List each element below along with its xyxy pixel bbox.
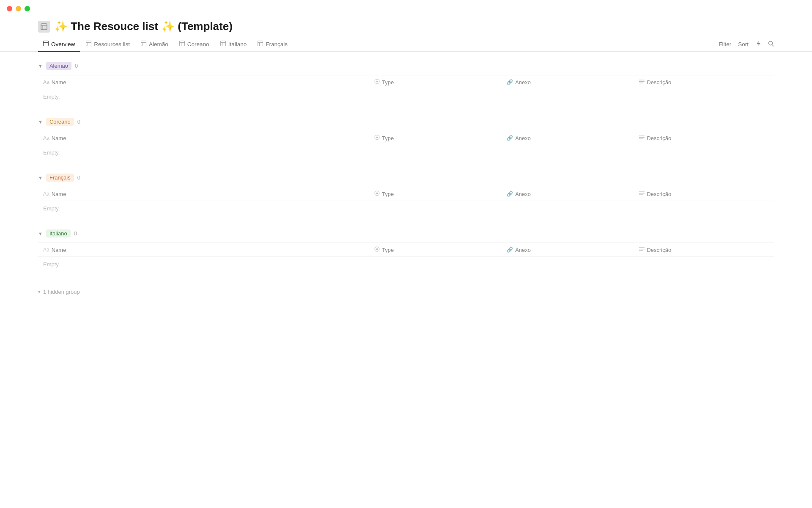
- group-toggle-italiano[interactable]: ▼: [38, 231, 43, 236]
- svg-point-24: [376, 81, 378, 83]
- svg-rect-12: [179, 41, 184, 46]
- empty-text-alemao: Empty.: [38, 89, 774, 105]
- page-header: ✨ The Resouce list ✨ (Template): [0, 17, 812, 37]
- table-icon-4: [179, 41, 185, 47]
- empty-row-alemao: Empty.: [38, 89, 774, 105]
- maximize-button[interactable]: [25, 6, 30, 11]
- lines-icon: [639, 247, 645, 253]
- type-icon: [374, 135, 380, 141]
- col-header-name: Aa Name: [38, 187, 369, 201]
- page-icon: [38, 21, 50, 33]
- empty-row-frances: Empty.: [38, 201, 774, 216]
- tabs-bar: Overview Resources list Alemão: [0, 37, 812, 52]
- search-button[interactable]: [768, 41, 774, 48]
- col-descricao-label: Descrição: [647, 79, 671, 86]
- hidden-group[interactable]: ▾ 1 hidden group: [38, 285, 774, 298]
- col-header-name: Aa Name: [38, 243, 369, 257]
- group-toggle-coreano[interactable]: ▼: [38, 119, 43, 124]
- tab-alemao[interactable]: Alemão: [136, 37, 173, 52]
- empty-text-coreano: Empty.: [38, 145, 774, 160]
- svg-line-22: [772, 45, 774, 47]
- group-count-alemao: 0: [75, 63, 78, 69]
- col-header-descricao: Descrição: [634, 131, 774, 145]
- group-badge-alemao[interactable]: Alemão: [46, 62, 71, 70]
- svg-point-34: [376, 193, 378, 194]
- col-name-label: Name: [52, 191, 66, 197]
- col-descricao-label: Descrição: [647, 247, 671, 253]
- tab-frances-label: Français: [266, 41, 288, 47]
- tab-overview[interactable]: Overview: [38, 37, 80, 52]
- close-button[interactable]: [7, 6, 12, 11]
- page-title: ✨ The Resouce list ✨ (Template): [54, 20, 233, 33]
- group-header-coreano: ▼ Coreano 0: [38, 118, 774, 126]
- table-icon-2: [86, 41, 91, 47]
- text-icon: Aa: [43, 135, 49, 141]
- col-type-label: Type: [382, 247, 394, 253]
- lightning-button[interactable]: [755, 41, 761, 48]
- svg-rect-3: [44, 41, 49, 46]
- svg-rect-15: [220, 41, 225, 46]
- table-header-italiano: Aa Name Type: [38, 243, 774, 257]
- table-icon-6: [258, 41, 263, 47]
- svg-rect-6: [86, 41, 91, 46]
- type-icon: [374, 190, 380, 197]
- tab-resources-list[interactable]: Resources list: [81, 37, 135, 52]
- col-header-anexo: 🔗 Anexo: [502, 131, 634, 145]
- tab-coreano-label: Coreano: [187, 41, 209, 47]
- group-count-italiano: 0: [74, 230, 77, 237]
- tab-italiano[interactable]: Italiano: [215, 37, 252, 52]
- attach-icon: 🔗: [507, 191, 513, 197]
- group-header-italiano: ▼ Italiano 0: [38, 229, 774, 237]
- tab-frances[interactable]: Français: [252, 37, 293, 52]
- col-header-anexo: 🔗 Anexo: [502, 243, 634, 257]
- table-header-coreano: Aa Name Type: [38, 131, 774, 145]
- col-header-type: Type: [369, 131, 502, 145]
- group-section-coreano: ▼ Coreano 0 Aa Name: [38, 118, 774, 160]
- tab-resources-label: Resources list: [94, 41, 130, 47]
- group-table-italiano: Aa Name Type: [38, 243, 774, 272]
- svg-rect-18: [258, 41, 263, 46]
- attach-icon: 🔗: [507, 247, 513, 253]
- col-header-type: Type: [369, 75, 502, 89]
- empty-text-frances: Empty.: [38, 201, 774, 216]
- groups-container: ▼ Alemão 0 Aa Name: [38, 62, 774, 272]
- col-type-label: Type: [382, 191, 394, 197]
- group-toggle-alemao[interactable]: ▼: [38, 64, 43, 69]
- col-type-label: Type: [382, 79, 394, 86]
- content-area: ▼ Alemão 0 Aa Name: [0, 52, 812, 309]
- text-icon: Aa: [43, 191, 49, 197]
- sort-button[interactable]: Sort: [738, 41, 749, 47]
- group-badge-frances[interactable]: Français: [46, 174, 74, 182]
- col-header-type: Type: [369, 187, 502, 201]
- attach-icon: 🔗: [507, 79, 513, 85]
- hidden-group-label: 1 hidden group: [43, 289, 80, 295]
- filter-button[interactable]: Filter: [719, 41, 731, 47]
- col-anexo-label: Anexo: [515, 135, 531, 141]
- lines-icon: [639, 191, 645, 197]
- tab-actions: Filter Sort: [719, 41, 774, 48]
- type-icon: [374, 246, 380, 253]
- group-header-frances: ▼ Français 0: [38, 174, 774, 182]
- tab-alemao-label: Alemão: [149, 41, 168, 47]
- group-badge-coreano[interactable]: Coreano: [46, 118, 74, 126]
- col-header-anexo: 🔗 Anexo: [502, 187, 634, 201]
- table-icon-3: [141, 41, 146, 47]
- svg-point-39: [376, 248, 378, 250]
- col-header-name: Aa Name: [38, 131, 369, 145]
- col-name-label: Name: [52, 135, 66, 141]
- col-descricao-label: Descrição: [647, 191, 671, 197]
- group-table-frances: Aa Name Type: [38, 187, 774, 216]
- group-badge-italiano[interactable]: Italiano: [46, 229, 71, 237]
- tabs-list: Overview Resources list Alemão: [38, 37, 719, 51]
- minimize-button[interactable]: [16, 6, 21, 11]
- tab-coreano[interactable]: Coreano: [174, 37, 214, 52]
- text-icon: Aa: [43, 247, 49, 253]
- lines-icon: [639, 79, 645, 85]
- col-descricao-label: Descrição: [647, 135, 671, 141]
- table-icon: [43, 41, 49, 47]
- col-anexo-label: Anexo: [515, 79, 531, 86]
- svg-point-29: [376, 137, 378, 138]
- group-toggle-frances[interactable]: ▼: [38, 175, 43, 180]
- group-count-coreano: 0: [77, 119, 80, 125]
- attach-icon: 🔗: [507, 135, 513, 141]
